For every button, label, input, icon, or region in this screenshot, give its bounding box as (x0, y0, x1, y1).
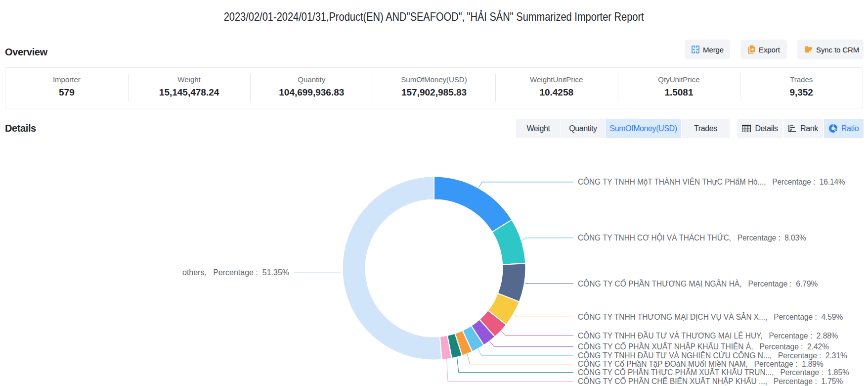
svg-text:CÔNG TY TNHH MộT THÀNH VIÊN TH: CÔNG TY TNHH MộT THÀNH VIÊN THựC PHẩM Hò… (578, 177, 845, 186)
svg-text:CÔNG TY Cổ PHầN TậP ĐOàN MUốI: CÔNG TY Cổ PHầN TậP ĐOàN MUốI MIềN NAM, … (578, 359, 824, 368)
svg-text:CÔNG TY CỔ PHẦN CHẾ BIẾN XUẤT: CÔNG TY CỔ PHẦN CHẾ BIẾN XUẤT NHẬP KHẨU … (578, 377, 843, 386)
svg-text:CÔNG TY CỔ PHẦN THƯƠNG MẠI NGÂ: CÔNG TY CỔ PHẦN THƯƠNG MẠI NGÂN HÀ, Perc… (578, 279, 818, 288)
svg-text:CÔNG TY CỔ PHẦN XUẤT NHẬP KHẨU: CÔNG TY CỔ PHẦN XUẤT NHẬP KHẨU THIÊN Á, … (578, 342, 829, 351)
svg-text:CÔNG TY TNHH THƯƠNG MẠI DỊCH V: CÔNG TY TNHH THƯƠNG MẠI DỊCH VỤ VÀ SẢN X… (578, 312, 843, 321)
svg-text:CÔNG TY CỔ PHẦN THỰC PHẨM XUẤT: CÔNG TY CỔ PHẦN THỰC PHẨM XUẤT KHẨU TRUN… (578, 368, 849, 377)
svg-text:CÔNG TY TNHH ĐẦU TƯ VÀ NGHIÊN: CÔNG TY TNHH ĐẦU TƯ VÀ NGHIÊN CỨU CÔNG N… (578, 351, 847, 360)
svg-text:others, Percentage : 51.35%: others, Percentage : 51.35% (182, 268, 289, 277)
svg-text:CÔNG TY TNHH CƠ HỘI VÀ THÁCH T: CÔNG TY TNHH CƠ HỘI VÀ THÁCH THỨC, Perce… (578, 233, 806, 242)
svg-text:CÔNG TY TNHH ĐẦU TƯ VÀ THƯƠNG: CÔNG TY TNHH ĐẦU TƯ VÀ THƯƠNG MẠI LÊ HUY… (578, 331, 838, 340)
